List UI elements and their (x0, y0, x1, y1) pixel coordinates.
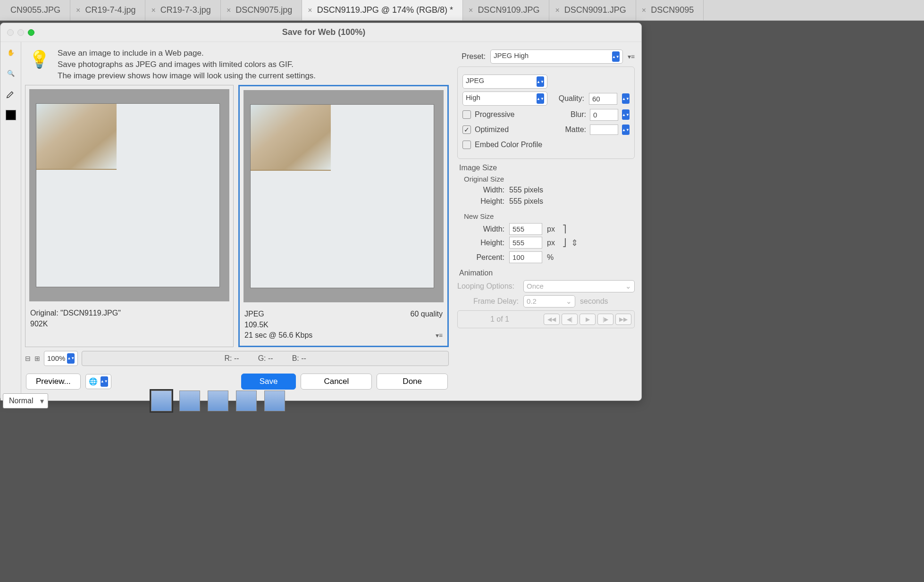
gradient-thumb[interactable] (179, 391, 200, 411)
gradient-thumb[interactable] (151, 391, 172, 411)
gradient-thumb[interactable] (208, 391, 228, 411)
unit-percent: % (547, 253, 554, 262)
hint-line: The image preview shows how image will l… (58, 70, 316, 82)
close-icon[interactable]: × (227, 6, 231, 15)
original-label: Original: "DSCN9119.JPG" (30, 308, 228, 318)
frame-delay-field: 0.2⌄ (523, 295, 575, 308)
tab-document-active[interactable]: ×DSCN9119.JPG @ 174% (RGB/8) * (302, 0, 463, 20)
stepper-icon[interactable]: ▲▼ (622, 93, 630, 104)
preview-button[interactable]: Preview... (26, 374, 81, 390)
progressive-checkbox[interactable]: Progressive (462, 110, 514, 119)
unit-px: px (547, 225, 555, 233)
cancel-button[interactable]: Cancel (301, 374, 372, 390)
dialog-title: Save for Web (100%) (34, 27, 613, 37)
close-icon[interactable]: × (76, 6, 80, 15)
tab-document[interactable]: CN9055.JPG (0, 0, 70, 20)
new-width-field[interactable]: 555 (509, 223, 542, 235)
window-minimize-icon[interactable] (17, 29, 24, 36)
save-button[interactable]: Save (241, 374, 296, 390)
new-size-title: New Size (464, 212, 635, 220)
matte-label: Matte: (565, 125, 586, 134)
readout-r: R: -- (225, 354, 239, 363)
browser-preview-select[interactable]: 🌐 ▲▼ (85, 374, 111, 389)
preview-canvas[interactable] (244, 90, 444, 302)
titlebar: Save for Web (100%) (0, 23, 641, 42)
preview-canvas[interactable] (29, 89, 229, 301)
anim-next-button: |▶ (597, 314, 613, 325)
zoom-level-select[interactable]: 100% ▲▼ (44, 351, 78, 366)
document-tabbar: CN9055.JPG ×CR19-7-4.jpg ×CR19-7-3.jpg ×… (0, 0, 924, 21)
optimized-checkbox[interactable]: ✓Optimized (462, 125, 509, 134)
preview-image (251, 105, 331, 171)
preview-pane-optimized[interactable]: JPEG 60 quality 109.5K 21 sec @ 56.6 Kbp… (238, 85, 449, 347)
animation-frame-position: 1 of 1 (461, 315, 539, 324)
zoom-in-button[interactable]: ⊞ (34, 355, 40, 362)
quality-field[interactable]: 60 (589, 93, 617, 105)
hint-bar: 💡 Save an image to include in a Web page… (21, 42, 453, 85)
stepper-icon[interactable]: ▲▼ (622, 109, 630, 120)
stepper-icon[interactable]: ▲▼ (622, 125, 630, 135)
output-filesize: 109.5K (244, 320, 443, 330)
preview-menu-icon[interactable]: ▾≡ (436, 331, 443, 341)
close-icon[interactable]: × (308, 6, 312, 15)
zoom-out-button[interactable]: ⊟ (25, 355, 31, 362)
tab-document[interactable]: ×CR19-7-3.jpg (145, 0, 220, 20)
zoom-tool-icon[interactable]: 🔍 (4, 67, 17, 80)
readout-g: G: -- (258, 354, 273, 363)
close-icon[interactable]: × (151, 6, 155, 15)
embed-profile-checkbox[interactable]: Embed Color Profile (462, 141, 542, 149)
tab-document[interactable]: ×DSCN9109.JPG (463, 0, 549, 20)
done-button[interactable]: Done (377, 374, 448, 390)
preset-select[interactable]: JPEG High▲▼ (490, 50, 623, 64)
constrain-proportions-icon[interactable]: ⇕ (571, 238, 578, 248)
close-icon[interactable]: × (555, 6, 559, 15)
toolstrip: ✋ 🔍 (0, 42, 21, 400)
globe-icon: 🌐 (89, 377, 98, 386)
original-size-title: Original Size (464, 175, 635, 183)
close-icon[interactable]: × (642, 6, 646, 15)
preview-image (36, 104, 117, 170)
save-for-web-dialog: Save for Web (100%) ✋ 🔍 💡 Save an image … (0, 23, 642, 401)
image-size-title: Image Size (459, 164, 635, 172)
foreground-color-swatch[interactable] (6, 110, 16, 120)
gradient-thumb[interactable] (264, 391, 285, 411)
blur-field[interactable]: 0 (590, 109, 618, 121)
gradient-thumbnails (151, 391, 285, 411)
lightbulb-icon: 💡 (29, 50, 50, 81)
tab-document[interactable]: ×CR19-7-4.jpg (70, 0, 145, 20)
original-filesize: 902K (30, 319, 228, 329)
matte-field[interactable] (590, 125, 618, 135)
eyedropper-tool-icon[interactable] (4, 87, 17, 100)
tab-document[interactable]: ×DSCN9075.jpg (221, 0, 302, 20)
window-close-icon[interactable] (7, 29, 14, 36)
new-height-field[interactable]: 555 (509, 237, 542, 249)
preview-pane-original[interactable]: Original: "DSCN9119.JPG" 902K (25, 85, 234, 347)
stepper-icon[interactable]: ▲▼ (67, 353, 75, 364)
hint-line: Save photographs as JPEG and images with… (58, 59, 316, 70)
anim-prev-button: ◀| (562, 314, 578, 325)
quality-preset-select[interactable]: High▲▼ (462, 91, 547, 106)
close-icon[interactable]: × (469, 6, 473, 15)
unit-px: px (547, 239, 555, 247)
window-zoom-icon[interactable] (28, 29, 34, 36)
hint-line: Save an image to include in a Web page. (58, 48, 316, 59)
hand-tool-icon[interactable]: ✋ (4, 46, 17, 59)
preset-menu-icon[interactable]: ▾≡ (628, 53, 635, 60)
output-download-time: 21 sec @ 56.6 Kbps (244, 330, 312, 341)
quality-label: Quality: (559, 94, 584, 103)
settings-panel: Preset: JPEG High▲▼ ▾≡ JPEG▲▼ High▲▼ Qua… (453, 42, 641, 400)
blend-mode-select[interactable]: Normal (3, 393, 48, 408)
readout-b: B: -- (292, 354, 306, 363)
tab-document[interactable]: ×DSCN9095 (636, 0, 704, 20)
anim-play-button: ▶ (580, 314, 596, 325)
gradient-thumb[interactable] (236, 391, 257, 411)
preset-label: Preset: (457, 52, 486, 61)
tab-document[interactable]: ×DSCN9091.JPG (549, 0, 636, 20)
color-readout: R: -- G: -- B: -- (82, 351, 449, 366)
percent-field[interactable]: 100 (509, 251, 542, 263)
stepper-icon[interactable]: ▲▼ (101, 376, 108, 387)
animation-title: Animation (459, 269, 635, 277)
format-select[interactable]: JPEG▲▼ (462, 75, 547, 89)
blur-label: Blur: (571, 110, 586, 119)
looping-select: Once⌄ (523, 280, 635, 292)
